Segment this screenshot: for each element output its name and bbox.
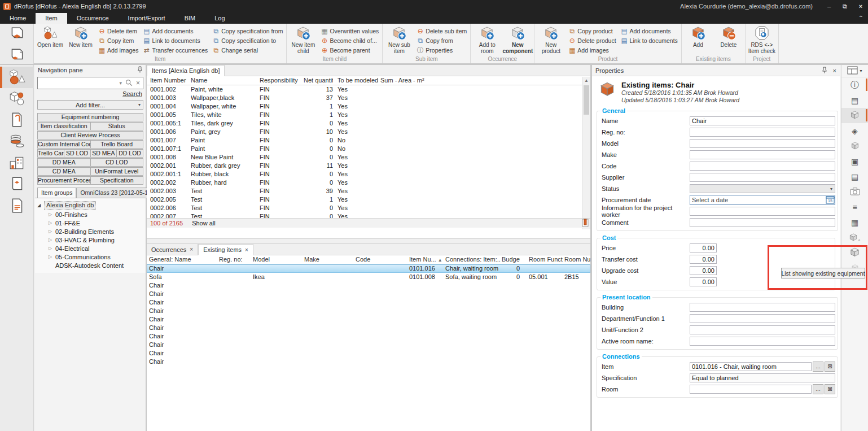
field-item-browse-button[interactable]: ... (813, 362, 823, 372)
nav-tab-omniclass-23-2012-05-16-[interactable]: OmniClass 23 [2012-05-16] (76, 188, 156, 198)
new-component-button[interactable]: New component (503, 24, 532, 54)
nav-tab-item-groups[interactable]: Item groups (37, 188, 76, 198)
field-supplier-input[interactable] (690, 173, 835, 182)
filter-button-uniformat-level[interactable]: UniFormat Level (91, 167, 144, 176)
right-rail-item-list-button[interactable]: ≡ (841, 199, 868, 215)
field-code-input[interactable] (690, 162, 835, 171)
column-header-9[interactable]: Room Nu... (564, 255, 590, 264)
scrollbar-thumb[interactable] (584, 85, 589, 115)
field-room-clear-button[interactable]: ⊠ (825, 384, 835, 394)
tree-node-adsk-autodesk-content[interactable]: ADSK-Autodesk Content (36, 261, 146, 269)
filter-button-equipment-numbering[interactable]: Equipment numbering (37, 113, 143, 121)
right-rail-classification-button[interactable] (841, 138, 868, 154)
layout-selector-button[interactable]: ▾ (841, 65, 868, 77)
table-row[interactable]: Chair (147, 324, 590, 332)
field-building-input[interactable] (690, 303, 835, 312)
table-row[interactable]: Chair (147, 281, 590, 290)
tab-occurrences[interactable]: Occurrences× (147, 244, 198, 255)
close-tab-icon[interactable]: × (190, 246, 193, 252)
chevron-down-icon[interactable]: ▾ (119, 80, 122, 86)
filter-button-item-classification[interactable]: Item classification (37, 122, 91, 130)
filter-button-trello-board[interactable]: Trello Board (91, 140, 144, 149)
rds-item-check-button[interactable]: RDS <-> Item check (747, 24, 777, 54)
filter-button-procurement-process[interactable]: Procurement Process (37, 176, 91, 185)
table-row[interactable]: Chair (147, 341, 590, 349)
table-row[interactable]: Chair (147, 349, 590, 358)
pin-icon[interactable] (137, 66, 143, 74)
right-rail-specification-doc-button[interactable]: ▤ (841, 93, 868, 108)
column-header-1[interactable]: Name (191, 76, 257, 85)
tree-node-03-hvac-plumbing[interactable]: ▷03-HVAC & Plumbing (36, 236, 146, 244)
copy-from-button[interactable]: ⧉Copy from (415, 36, 468, 45)
table-row[interactable]: Chair (147, 315, 590, 324)
search-link[interactable]: Search (122, 90, 142, 97)
table-row[interactable]: 0001.005:1Tiles, dark greyFIN0Yes (147, 119, 590, 128)
field-reg-no--input[interactable] (690, 128, 835, 137)
tree-node-01-ff-e[interactable]: ▷01-FF&E (36, 219, 146, 227)
column-header-5[interactable]: Sum - Area - m² (380, 76, 433, 85)
sidebar-item-components[interactable] (0, 88, 34, 110)
add-images-button[interactable]: ▦Add images (567, 45, 617, 55)
tree-node-02-building-elements[interactable]: ▷02-Building Elements (36, 227, 146, 236)
right-rail-attached-documents-button[interactable]: ▤ (841, 169, 868, 184)
field-upgrade-cost-input[interactable]: 0.00 (690, 266, 717, 275)
copy-specification-from-button[interactable]: ⧉Copy specification from (211, 26, 284, 36)
table-row[interactable]: 0002.001:1Rubber, blackFIN0Yes (147, 170, 590, 179)
delete-item-button[interactable]: ⊖Delete item (97, 26, 140, 36)
delete-product-button[interactable]: ⊖Delete product (567, 36, 617, 45)
close-tab-icon[interactable]: × (245, 247, 248, 253)
filter-button-cd-lod[interactable]: CD LOD (91, 158, 144, 167)
transfer-occurrences-button[interactable]: ⇄Transfer occurrences (141, 45, 209, 55)
link-to-documents-button[interactable]: ▤Link to documents (141, 36, 209, 45)
column-header-8[interactable]: Room Funct... (529, 255, 563, 264)
table-row[interactable]: 0002.001Rubber, dark greyFIN11Yes (147, 162, 590, 170)
tree-node-00-finishes[interactable]: ▷00-Finishes (36, 210, 146, 219)
table-row[interactable]: Chair (147, 298, 590, 307)
open-item-button[interactable]: Open item (36, 24, 65, 48)
field-status-select[interactable]: ▾ (690, 184, 835, 193)
column-header-0[interactable]: Item Number (150, 76, 190, 85)
restore-button[interactable]: ⧉ (838, 1, 852, 12)
collapse-ribbon-button[interactable]: ⌃ (858, 15, 863, 20)
tab-items[interactable]: Items [Alexia English db] (147, 65, 225, 76)
table-row[interactable]: Chair (147, 358, 590, 366)
table-row[interactable]: Chair0101.016Chair, waiting room0 (147, 264, 590, 273)
right-rail-bim-3d-button[interactable]: ◈ (841, 123, 868, 138)
new-item-button[interactable]: New item (66, 24, 95, 48)
field-item-clear-button[interactable]: ⊠ (825, 362, 835, 372)
field-information-for-the-project-worker-input[interactable] (690, 207, 835, 216)
menu-tab-bim[interactable]: BIM (175, 13, 205, 24)
menu-tab-item[interactable]: Item (36, 13, 67, 24)
table-row[interactable]: 0001.007PaintFIN0No (147, 136, 590, 145)
column-header-3[interactable]: Net quantity (304, 76, 333, 85)
sidebar-item-finance[interactable] (0, 131, 34, 153)
table-row[interactable]: 0001.006Paint, greyFIN10Yes (147, 128, 590, 136)
field-model-input[interactable] (690, 139, 835, 148)
column-header-6[interactable]: Connections: Item:... (445, 255, 501, 264)
delete-button[interactable]: Delete (714, 24, 743, 48)
table-row[interactable]: 0001.005Tiles, whiteFIN1Yes (147, 111, 590, 119)
table-row[interactable]: Chair (147, 290, 590, 298)
right-rail-occurrences-button[interactable] (841, 108, 868, 123)
table-row[interactable]: 0002.002Rubber, hardFIN0Yes (147, 179, 590, 187)
sidebar-item-buildings[interactable] (0, 153, 34, 174)
table-row[interactable]: Chair (147, 307, 590, 315)
field-department-function-1-input[interactable] (690, 314, 835, 323)
column-header-4[interactable]: Code (356, 255, 408, 264)
filter-button-specification[interactable]: Specification (91, 176, 144, 185)
right-rail-info-button[interactable]: ⓘ (841, 77, 868, 93)
tree-node-04-electrical[interactable]: ▷04-Electrical (36, 244, 146, 252)
menu-tab-home[interactable]: Home (0, 13, 36, 24)
sidebar-item-reports[interactable] (0, 195, 34, 217)
add-button[interactable]: Add (683, 24, 713, 48)
add-filter-button[interactable]: Add filter... ▾ (37, 100, 143, 110)
column-header-3[interactable]: Make (304, 255, 354, 264)
add-images-button[interactable]: ▦Add images (97, 45, 140, 55)
filter-button-trello-card[interactable]: Trello Card (37, 149, 64, 158)
pin-icon[interactable] (822, 67, 827, 75)
tree-root-node[interactable]: ◢Alexia English db (36, 201, 146, 210)
field-transfer-cost-input[interactable]: 0.00 (690, 255, 717, 264)
column-header-0[interactable]: General: Name (149, 255, 218, 264)
properties-button[interactable]: ⓘProperties (415, 45, 468, 55)
sidebar-item-catalog[interactable] (0, 174, 34, 195)
